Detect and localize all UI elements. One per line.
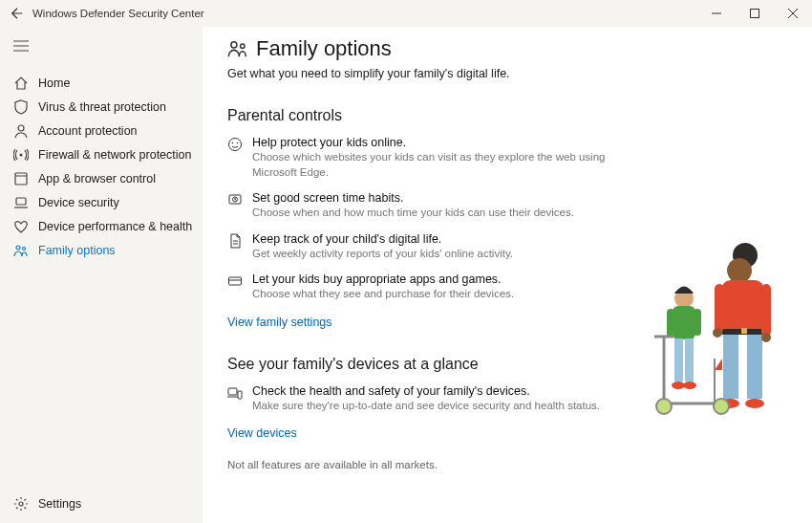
antenna-icon (13, 147, 29, 163)
item-title: Check the health and safety of your fami… (252, 384, 600, 398)
clock-icon (227, 192, 243, 207)
svg-rect-17 (238, 391, 242, 399)
svg-point-19 (727, 258, 752, 283)
svg-point-43 (714, 399, 729, 414)
shield-icon (13, 99, 29, 115)
devices-icon (227, 385, 243, 401)
devices-item-health: Check the health and safety of your fami… (227, 384, 629, 414)
item-title: Let your kids buy appropriate apps and g… (252, 272, 514, 286)
item-desc: Get weekly activity reports of your kids… (252, 247, 513, 262)
svg-point-12 (237, 142, 239, 144)
happy-face-icon (227, 137, 243, 152)
card-icon (227, 273, 243, 289)
page-header: Family options (227, 36, 787, 61)
title-bar: Windows Defender Security Center (0, 0, 812, 27)
sidebar-item-firewall[interactable]: Firewall & network protection (0, 142, 203, 166)
item-desc: Choose what they see and purchase for th… (252, 287, 514, 302)
svg-point-30 (745, 399, 764, 408)
svg-point-11 (232, 142, 234, 144)
sidebar-item-settings[interactable]: Settings (0, 491, 203, 515)
sidebar-item-label: Firewall & network protection (38, 148, 191, 162)
svg-rect-3 (15, 173, 27, 185)
sidebar-item-label: App & browser control (38, 172, 156, 185)
gear-icon (13, 496, 29, 512)
sidebar-item-label: Settings (38, 497, 81, 511)
svg-rect-25 (715, 284, 724, 332)
home-icon (13, 76, 29, 91)
item-desc: Choose when and how much time your kids … (252, 206, 574, 221)
svg-point-6 (23, 247, 26, 250)
parental-item-protect: Help protect your kids online. Choose wh… (227, 136, 629, 180)
sidebar-item-family[interactable]: Family options (0, 238, 203, 262)
content-area: Family options Get what you need to simp… (203, 27, 812, 523)
app-icon (13, 171, 29, 186)
svg-rect-15 (229, 277, 242, 285)
svg-point-1 (18, 125, 24, 131)
sidebar-item-label: Home (38, 76, 70, 90)
window-title: Windows Defender Security Center (27, 8, 204, 19)
svg-rect-33 (674, 338, 683, 381)
hamburger-button[interactable] (0, 31, 203, 61)
svg-point-10 (229, 139, 242, 151)
heart-icon (13, 219, 29, 234)
sidebar-item-label: Virus & threat protection (38, 100, 166, 114)
svg-point-5 (16, 246, 20, 250)
svg-point-8 (231, 42, 237, 48)
svg-rect-22 (747, 332, 762, 399)
page-title: Family options (256, 36, 392, 61)
view-family-settings-link[interactable]: View family settings (227, 316, 332, 329)
svg-point-7 (19, 502, 23, 506)
item-desc: Make sure they're up-to-date and see dev… (252, 399, 600, 414)
minimize-icon (712, 9, 721, 18)
item-title: Help protect your kids online. (252, 136, 629, 149)
sidebar-item-device[interactable]: Device security (0, 190, 203, 214)
maximize-icon (750, 9, 759, 18)
parental-heading: Parental controls (227, 107, 787, 124)
report-icon (227, 233, 243, 249)
item-desc: Choose which websites your kids can visi… (252, 150, 629, 180)
sidebar: Home Virus & threat protection Account p… (0, 27, 203, 523)
svg-rect-24 (741, 328, 747, 334)
back-arrow-icon (11, 7, 24, 20)
svg-point-28 (713, 328, 722, 338)
family-icon (13, 243, 29, 258)
svg-rect-32 (673, 306, 695, 339)
person-icon (13, 123, 29, 139)
sidebar-item-label: Account protection (38, 124, 138, 138)
svg-rect-21 (723, 332, 738, 399)
sidebar-item-performance[interactable]: Device performance & health (0, 214, 203, 238)
svg-point-42 (656, 399, 672, 414)
parental-item-purchase: Let your kids buy appropriate apps and g… (227, 272, 629, 302)
svg-rect-35 (667, 309, 674, 338)
svg-rect-36 (694, 309, 701, 336)
svg-rect-20 (721, 280, 764, 333)
svg-rect-0 (751, 10, 759, 18)
parental-item-activity: Keep track of your child's digital life.… (227, 232, 629, 262)
parental-item-screentime: Set good screen time habits. Choose when… (227, 191, 629, 221)
laptop-icon (13, 195, 29, 210)
family-illustration (630, 236, 793, 427)
close-icon (788, 9, 798, 18)
svg-point-9 (241, 44, 245, 48)
nav-list: Home Virus & threat protection Account p… (0, 61, 203, 491)
sidebar-item-label: Device security (38, 196, 119, 209)
svg-point-2 (20, 153, 23, 156)
back-button[interactable] (8, 7, 27, 20)
disclaimer-text: Not all features are available in all ma… (227, 459, 787, 470)
view-devices-link[interactable]: View devices (227, 426, 297, 440)
svg-rect-34 (685, 338, 694, 381)
svg-rect-26 (761, 284, 771, 337)
close-button[interactable] (774, 0, 812, 27)
svg-point-38 (683, 381, 696, 389)
sidebar-item-label: Family options (38, 244, 116, 257)
maximize-button[interactable] (736, 0, 774, 27)
svg-point-27 (761, 333, 771, 342)
item-title: Set good screen time habits. (252, 191, 574, 205)
sidebar-item-appbrowser[interactable]: App & browser control (0, 166, 203, 190)
sidebar-item-virus[interactable]: Virus & threat protection (0, 95, 203, 119)
minimize-button[interactable] (697, 0, 736, 27)
sidebar-item-home[interactable]: Home (0, 71, 203, 95)
svg-rect-4 (16, 198, 26, 205)
svg-rect-16 (228, 388, 237, 395)
sidebar-item-account[interactable]: Account protection (0, 119, 203, 142)
